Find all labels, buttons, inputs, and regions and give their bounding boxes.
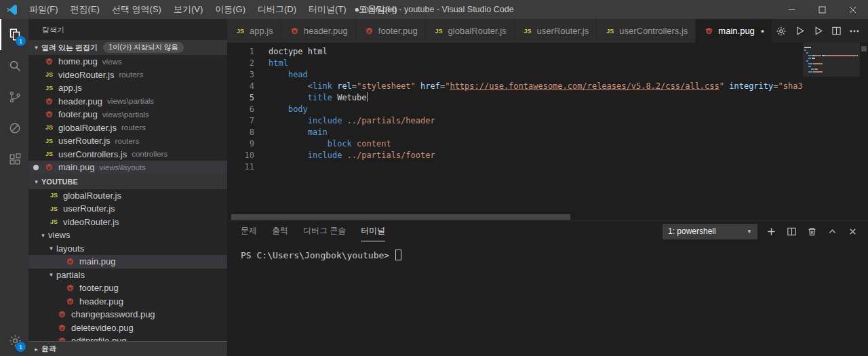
scroll-marker [861, 46, 867, 52]
panel-action-icons [764, 224, 860, 239]
file-name: header.pug [58, 96, 102, 106]
open-editor-item[interactable]: footer.pugviews\partials [28, 108, 227, 121]
open-editors-header[interactable]: ▾ 열려 있는 편집기 1이(가) 저장되지 않음 [28, 40, 227, 55]
explorer-icon[interactable]: 1 [0, 19, 28, 50]
overview-ruler[interactable] [860, 43, 868, 220]
source-control-icon[interactable] [0, 81, 28, 113]
panel-tab-terminal[interactable]: 터미널 [361, 221, 385, 241]
window-controls [776, 0, 868, 19]
search-icon[interactable] [0, 50, 28, 81]
code-area[interactable]: doctype htmlhtml head <link rel="stylesh… [254, 43, 803, 220]
split-terminal-icon[interactable] [785, 224, 799, 239]
run2-icon[interactable] [810, 23, 826, 39]
pug-file-icon [64, 283, 76, 294]
terminal-picker[interactable]: 1: powershell ▼ [663, 224, 757, 239]
open-editor-item[interactable]: JSvideoRouter.jsrouters [28, 68, 227, 82]
terminal-picker-value: 1: powershell [668, 226, 716, 236]
line-number: 3 [227, 69, 254, 81]
file-item[interactable]: deletevideo.pug [28, 321, 227, 335]
code-token [416, 81, 420, 91]
tab-main-pug[interactable]: main.pug● [696, 19, 772, 43]
tab-footer-pug[interactable]: footer.pug [356, 19, 426, 43]
tab-userRouter-js[interactable]: JSuserRouter.js [515, 19, 597, 43]
folder-item[interactable]: ▾views [28, 229, 227, 242]
open-editor-item[interactable]: header.pugviews\partials [28, 95, 227, 108]
close-panel-icon[interactable] [846, 224, 860, 239]
file-item[interactable]: editprofile.pug [28, 334, 227, 341]
open-editor-item[interactable]: JSglobalRouter.jsrouters [28, 121, 227, 135]
editor-group: JSapp.jsheader.pugfooter.pugJSglobalRout… [227, 19, 868, 356]
line-number: 4 [227, 81, 254, 92]
panel-tab-output[interactable]: 출력 [272, 221, 288, 241]
minimize-button[interactable] [776, 0, 807, 19]
settings-icon[interactable] [773, 23, 789, 39]
file-item[interactable]: header.pug [28, 295, 227, 309]
folder-item[interactable]: ▾partials [28, 269, 227, 282]
settings-gear-icon[interactable]: 1 [0, 325, 28, 356]
minimap[interactable] [803, 43, 860, 220]
panel-tab-debug-console[interactable]: 디버그 콘솔 [303, 221, 346, 241]
minimap-line [804, 68, 858, 70]
editor-tab-bar: JSapp.jsheader.pugfooter.pugJSglobalRout… [227, 19, 868, 43]
folder-item[interactable]: ▾layouts [28, 242, 227, 256]
minimap-line [804, 63, 858, 64]
maximize-button[interactable] [807, 0, 837, 19]
line-number: 5 [227, 92, 254, 104]
terminal[interactable]: PS C:\Users\Jongbok\youtube> [227, 241, 868, 260]
maximize-panel-icon[interactable] [825, 224, 840, 239]
tab-globalRouter-js[interactable]: JSglobalRouter.js [426, 19, 515, 43]
open-editor-item[interactable]: main.pugviews\layouts [28, 161, 227, 174]
file-item[interactable]: JSglobalRouter.js [28, 189, 227, 203]
open-editor-item[interactable]: JSapp.js [28, 81, 227, 95]
open-editor-item[interactable]: JSuserRouter.jsrouters [28, 134, 227, 148]
js-file-icon: JS [48, 203, 60, 214]
menu-file[interactable]: 파일(F) [23, 0, 64, 19]
menu-selection[interactable]: 선택 영역(S) [106, 0, 167, 19]
js-file-icon: JS [43, 69, 55, 80]
menu-view[interactable]: 보기(V) [167, 0, 209, 19]
debug-icon[interactable] [0, 113, 28, 144]
tab-app-js[interactable]: JSapp.js [227, 19, 281, 43]
code-token: block [328, 139, 352, 149]
file-item[interactable]: footer.pug [28, 281, 227, 295]
new-terminal-icon[interactable] [764, 224, 778, 239]
open-editor-item[interactable]: home.pugviews [28, 55, 227, 68]
extensions-icon[interactable] [0, 144, 28, 175]
terminal-prompt: PS C:\Users\Jongbok\youtube> [241, 250, 395, 260]
horizontal-scrollbar[interactable] [227, 214, 868, 220]
file-name: main.pug [58, 162, 94, 172]
more-icon[interactable] [846, 23, 863, 39]
file-item[interactable]: changepassword.pug [28, 308, 227, 321]
code-line: html [269, 58, 803, 69]
line-numbers: 1234567891011 [227, 43, 254, 220]
menu-debug[interactable]: 디버그(D) [252, 0, 302, 19]
menu-go[interactable]: 이동(G) [209, 0, 252, 19]
code-token: main [308, 127, 328, 137]
item-name: partials [56, 270, 85, 280]
line-number: 8 [227, 127, 254, 138]
tab-header-pug[interactable]: header.pug [281, 19, 356, 43]
open-editor-item[interactable]: JSuserControllers.jscontrollers [28, 148, 227, 161]
code-token [269, 104, 288, 114]
panel-tab-problems[interactable]: 문제 [241, 221, 257, 241]
editor[interactable]: 1234567891011 doctype htmlhtml head <lin… [227, 43, 868, 220]
tab-userControllers-js[interactable]: JSuserControllers.js [597, 19, 696, 43]
close-button[interactable] [837, 0, 868, 19]
kill-terminal-icon[interactable] [805, 224, 819, 239]
menu-terminal[interactable]: 터미널(T) [302, 0, 353, 19]
scrollbar-thumb[interactable] [231, 214, 570, 220]
menu-edit[interactable]: 편집(E) [64, 0, 106, 19]
file-item[interactable]: JSvideoRouter.js [28, 216, 227, 229]
split-editor-icon[interactable] [828, 23, 844, 39]
settings-badge: 1 [16, 342, 26, 352]
file-item[interactable]: main.pug [28, 255, 227, 269]
outline-header[interactable]: ▸ 윤곽 [28, 341, 227, 356]
code-token: " [719, 81, 724, 91]
file-item[interactable]: JSuserRouter.js [28, 202, 227, 216]
workspace-header[interactable]: ▾ YOUTUBE [28, 174, 227, 189]
run-icon[interactable] [791, 23, 808, 39]
pug-file-icon [43, 109, 55, 120]
code-line: head [269, 69, 803, 81]
code-token: rel [337, 81, 352, 91]
code-token: link [313, 81, 332, 91]
